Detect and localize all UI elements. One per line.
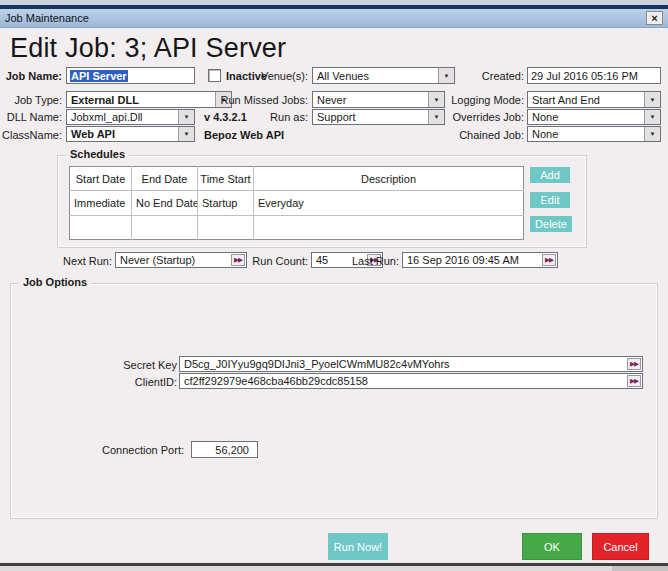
edit-schedule-button[interactable]: Edit xyxy=(530,192,570,208)
created-label: Created: xyxy=(460,70,524,82)
logging-mode-value: Start And End xyxy=(528,92,644,107)
secret-key-field[interactable]: D5cg_J0IYyu9gq9DIJni3_PyoelCWmMU82c4vMYo… xyxy=(179,356,643,372)
forward-arrows-icon[interactable]: ▶▶ xyxy=(231,254,245,266)
schedules-table[interactable]: Start Date End Date Time Start Descripti… xyxy=(69,166,524,240)
close-icon[interactable]: × xyxy=(646,11,663,25)
titlebar[interactable]: Job Maintenance × xyxy=(0,9,668,28)
run-count-label: Run Count: xyxy=(250,255,308,267)
inactive-checkbox[interactable] xyxy=(208,69,221,82)
secret-key-value: D5cg_J0IYyu9gq9DIJni3_PyoelCWmMU82c4vMYo… xyxy=(180,357,626,371)
schedule-time-start: Startup xyxy=(198,191,254,215)
background-window-corner xyxy=(612,566,668,571)
add-schedule-button[interactable]: Add xyxy=(530,167,570,183)
col-start-date[interactable]: Start Date xyxy=(70,167,132,191)
venues-dropdown[interactable]: All Venues ▼ xyxy=(312,67,455,84)
last-run-value: 16 Sep 2016 09:45 AM xyxy=(403,253,541,267)
job-options-group: Job Options Secret Key D5cg_J0IYyu9gq9DI… xyxy=(10,283,658,519)
forward-arrows-icon[interactable]: ▶▶ xyxy=(542,254,556,266)
job-maintenance-dialog: Job Maintenance × Edit Job: 3; API Serve… xyxy=(0,0,668,571)
job-options-group-title: Job Options xyxy=(19,276,91,288)
venues-value: All Venues xyxy=(313,68,438,83)
col-description[interactable]: Description xyxy=(254,167,524,191)
run-missed-dropdown[interactable]: Never ▼ xyxy=(312,91,445,108)
chevron-down-icon[interactable]: ▼ xyxy=(438,68,454,83)
classname-label: ClassName: xyxy=(0,129,62,141)
next-run-value: Never (Startup) xyxy=(116,253,230,267)
class-description-text: Bepoz Web API xyxy=(204,129,284,141)
logging-mode-dropdown[interactable]: Start And End ▼ xyxy=(527,91,661,108)
venues-label: Venue(s): xyxy=(246,70,308,82)
job-type-dropdown[interactable]: External DLL ▼ xyxy=(66,91,232,108)
delete-schedule-button[interactable]: Delete xyxy=(530,216,572,232)
forward-arrows-icon[interactable]: ▶▶ xyxy=(627,358,641,370)
connection-port-value: 56,200 xyxy=(215,444,249,456)
last-run-field[interactable]: 16 Sep 2016 09:45 AM ▶▶ xyxy=(402,252,558,268)
client-id-field[interactable]: cf2ff292979e468cba46bb29cdc85158 ▶▶ xyxy=(179,373,643,389)
logging-mode-label: Logging Mode: xyxy=(436,94,524,106)
job-name-input[interactable]: API Server xyxy=(66,67,195,84)
dll-version-text: v 4.3.2.1 xyxy=(204,111,247,123)
schedules-group: Schedules Start Date End Date Time Start… xyxy=(57,155,587,248)
run-as-label: Run as: xyxy=(258,111,308,123)
chained-job-value: None xyxy=(528,127,644,141)
schedule-row[interactable]: Immediate No End Date Startup Everyday xyxy=(70,191,524,215)
secret-key-label: Secret Key xyxy=(57,359,177,371)
chevron-down-icon[interactable]: ▼ xyxy=(644,110,660,124)
ok-button[interactable]: OK xyxy=(522,533,582,560)
background-window-edge-bottom xyxy=(0,566,668,571)
col-end-date[interactable]: End Date xyxy=(132,167,198,191)
run-now-button[interactable]: Run Now! xyxy=(328,533,388,560)
chevron-down-icon[interactable]: ▼ xyxy=(178,127,194,141)
schedules-header-row: Start Date End Date Time Start Descripti… xyxy=(70,167,524,191)
col-time-start[interactable]: Time Start xyxy=(198,167,254,191)
table-empty-cell xyxy=(254,215,524,239)
chained-job-dropdown[interactable]: None ▼ xyxy=(527,126,661,142)
job-name-label: Job Name: xyxy=(0,70,62,82)
overrides-job-value: None xyxy=(528,110,644,124)
job-type-value: External DLL xyxy=(67,92,215,107)
run-as-dropdown[interactable]: Support ▼ xyxy=(312,109,445,125)
client-id-label: ClientID: xyxy=(57,376,177,388)
schedule-description: Everyday xyxy=(254,191,524,215)
classname-value: Web API xyxy=(67,127,178,141)
run-missed-value: Never xyxy=(313,92,428,107)
table-empty-cell xyxy=(198,215,254,239)
chevron-down-icon[interactable]: ▼ xyxy=(178,110,194,124)
forward-arrows-icon[interactable]: ▶▶ xyxy=(627,375,641,387)
dll-name-dropdown[interactable]: Jobxml_api.Dll ▼ xyxy=(66,109,195,125)
schedule-end-date: No End Date xyxy=(132,191,198,215)
window-title: Job Maintenance xyxy=(5,12,646,24)
classname-dropdown[interactable]: Web API ▼ xyxy=(66,126,195,142)
page-title: Edit Job: 3; API Server xyxy=(10,33,286,64)
chained-job-label: Chained Job: xyxy=(436,129,524,141)
run-as-value: Support xyxy=(313,110,428,124)
overrides-job-label: Overrides Job: xyxy=(436,111,524,123)
client-id-value: cf2ff292979e468cba46bb29cdc85158 xyxy=(180,374,626,388)
run-missed-label: Run Missed Jobs: xyxy=(210,94,308,106)
last-run-label: Last Run: xyxy=(342,255,399,267)
chevron-down-icon[interactable]: ▼ xyxy=(644,127,660,141)
chevron-down-icon[interactable]: ▼ xyxy=(644,92,660,107)
created-value: 29 Jul 2016 05:16 PM xyxy=(531,70,638,82)
table-empty-cell xyxy=(70,215,132,239)
connection-port-label: Connection Port: xyxy=(57,444,184,456)
connection-port-field[interactable]: 56,200 xyxy=(191,441,258,458)
table-empty-cell xyxy=(132,215,198,239)
schedule-start-date: Immediate xyxy=(70,191,132,215)
dll-name-label: DLL Name: xyxy=(0,111,62,123)
created-field: 29 Jul 2016 05:16 PM xyxy=(527,67,661,84)
schedules-group-title: Schedules xyxy=(66,148,129,160)
schedules-empty-row xyxy=(70,215,524,239)
dll-name-value: Jobxml_api.Dll xyxy=(67,110,178,124)
overrides-job-dropdown[interactable]: None ▼ xyxy=(527,109,661,125)
next-run-label: Next Run: xyxy=(52,255,112,267)
next-run-field[interactable]: Never (Startup) ▶▶ xyxy=(115,252,247,268)
job-type-label: Job Type: xyxy=(0,94,62,106)
job-name-value: API Server xyxy=(70,70,128,82)
cancel-button[interactable]: Cancel xyxy=(592,533,649,560)
